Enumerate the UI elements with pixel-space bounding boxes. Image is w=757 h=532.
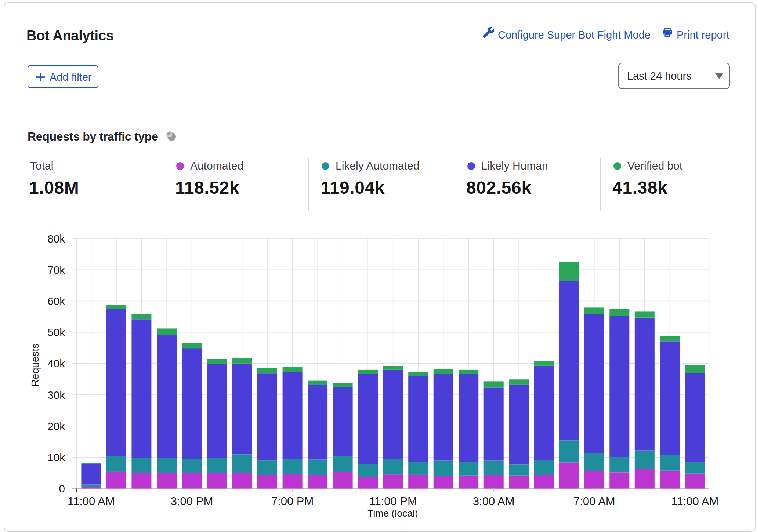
svg-text:11:00 AM: 11:00 AM <box>68 495 115 508</box>
svg-text:10k: 10k <box>47 451 65 463</box>
svg-text:40k: 40k <box>47 357 65 369</box>
svg-text:11:00 PM: 11:00 PM <box>369 495 417 508</box>
svg-text:3:00 PM: 3:00 PM <box>171 495 213 508</box>
svg-text:3:00 AM: 3:00 AM <box>473 495 515 508</box>
svg-text:11:00 AM: 11:00 AM <box>671 495 719 508</box>
svg-text:0: 0 <box>59 482 65 495</box>
svg-text:7:00 PM: 7:00 PM <box>271 495 314 508</box>
svg-text:20k: 20k <box>47 420 65 432</box>
svg-text:Requests: Requests <box>29 343 41 387</box>
svg-text:Time (local): Time (local) <box>367 508 418 519</box>
svg-text:30k: 30k <box>47 389 65 401</box>
svg-text:60k: 60k <box>47 295 65 307</box>
svg-text:50k: 50k <box>47 326 65 338</box>
svg-text:80k: 80k <box>47 233 65 245</box>
svg-text:70k: 70k <box>47 264 65 276</box>
svg-text:7:00 AM: 7:00 AM <box>573 495 615 508</box>
